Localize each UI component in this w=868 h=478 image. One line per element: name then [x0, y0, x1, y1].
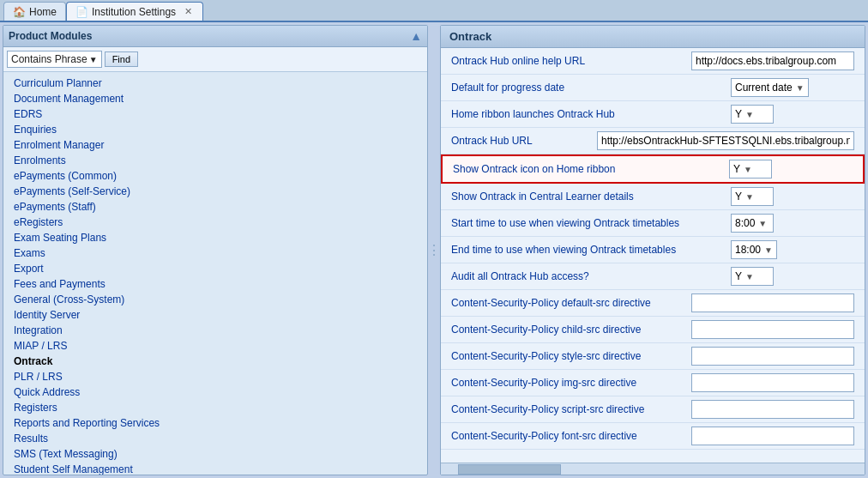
settings-row-default-progress-date: Default for progress dateCurrent date▼ — [441, 75, 865, 101]
text-input-ontrack-hub-url[interactable] — [691, 51, 854, 70]
settings-label: End time to use when viewing Ontrack tim… — [441, 239, 727, 260]
settings-row-end-time: End time to use when viewing Ontrack tim… — [441, 237, 865, 263]
dropdown-default-progress-date[interactable]: Current date▼ — [731, 78, 809, 97]
settings-label: Home ribbon launches Ontrack Hub — [441, 104, 727, 124]
text-input-csp-child[interactable] — [691, 320, 854, 339]
list-item[interactable]: Student Self Management — [3, 462, 427, 475]
dropdown-value: Y — [735, 108, 742, 120]
chevron-down-icon: ▼ — [764, 245, 773, 255]
settings-label: Start time to use when viewing Ontrack t… — [441, 213, 727, 233]
settings-value-end-time: 18:00▼ — [727, 237, 865, 263]
scroll-thumb[interactable] — [458, 464, 561, 475]
list-item[interactable]: Reports and Reporting Services — [3, 415, 427, 431]
settings-value-csp-script — [688, 396, 865, 422]
list-item[interactable]: Results — [3, 431, 427, 446]
settings-table: Ontrack Hub online help URLDefault for p… — [441, 48, 865, 450]
settings-value-audit-access: Y▼ — [727, 263, 865, 289]
list-item[interactable]: ePayments (Staff) — [3, 199, 427, 215]
dropdown-audit-access[interactable]: Y▼ — [731, 267, 774, 286]
list-item[interactable]: Fees and Payments — [3, 276, 427, 292]
dropdown-show-ontrack-central[interactable]: Y▼ — [731, 187, 774, 206]
panel-collapse-icon[interactable]: ▲ — [410, 29, 422, 43]
settings-row-home-ribbon-ontrack-hub: Home ribbon launches Ontrack HubY▼ — [441, 101, 865, 128]
list-item[interactable]: Quick Address — [3, 384, 427, 400]
list-item[interactable]: Integration — [3, 323, 427, 338]
search-dropdown-label: Contains Phrase — [11, 53, 87, 65]
text-input-csp-default[interactable] — [691, 293, 854, 312]
panel-resizer[interactable]: ⋮ — [431, 25, 437, 475]
tab-close-icon[interactable]: ✕ — [183, 6, 194, 17]
dropdown-end-time[interactable]: 18:00▼ — [731, 240, 777, 259]
settings-value-ontrack-hub-url-2 — [594, 128, 865, 154]
list-item[interactable]: Curriculum Planner — [3, 76, 427, 91]
list-item[interactable]: General (Cross-System) — [3, 292, 427, 307]
list-item[interactable]: Exams — [3, 245, 427, 261]
horizontal-scrollbar[interactable] — [441, 463, 865, 475]
settings-value-csp-font — [688, 423, 865, 449]
list-item[interactable]: Exam Seating Plans — [3, 230, 427, 245]
settings-row-csp-child: Content-Security-Policy child-src direct… — [441, 317, 865, 343]
settings-value-start-time: 8:00▼ — [727, 210, 865, 236]
chevron-down-icon: ▼ — [758, 219, 767, 228]
text-input-csp-style[interactable] — [691, 347, 854, 366]
module-list: Curriculum PlannerDocument ManagementEDR… — [3, 72, 427, 475]
settings-row-csp-script: Content-Security-Policy script-src direc… — [441, 396, 865, 423]
list-item[interactable]: Identity Server — [3, 307, 427, 323]
text-input-csp-font[interactable] — [691, 427, 854, 445]
text-input-csp-script[interactable] — [691, 400, 854, 419]
chevron-down-icon: ▼ — [745, 272, 754, 281]
right-panel-title: Ontrack — [441, 26, 865, 48]
find-button[interactable]: Find — [105, 51, 138, 67]
list-item[interactable]: MIAP / LRS — [3, 338, 427, 354]
list-item[interactable]: Ontrack — [3, 354, 427, 369]
list-item[interactable]: ePayments (Common) — [3, 168, 427, 184]
settings-row-ontrack-hub-url-2: Ontrack Hub URL — [441, 128, 865, 154]
text-input-csp-img[interactable] — [691, 373, 854, 392]
dropdown-value: Y — [735, 270, 742, 282]
chevron-down-icon: ▼ — [745, 192, 754, 202]
search-dropdown[interactable]: Contains Phrase ▼ — [7, 51, 102, 68]
settings-row-csp-style: Content-Security-Policy style-src direct… — [441, 343, 865, 370]
settings-label: Content-Security-Policy font-src directi… — [441, 426, 688, 446]
settings-value-show-ontrack-central: Y▼ — [727, 184, 865, 209]
settings-row-csp-font: Content-Security-Policy font-src directi… — [441, 423, 865, 450]
list-item[interactable]: SMS (Text Messaging) — [3, 446, 427, 462]
dropdown-home-ribbon-ontrack-hub[interactable]: Y▼ — [731, 105, 774, 124]
settings-label: Show Ontrack icon on Home ribbon — [443, 159, 726, 179]
list-item[interactable]: Registers — [3, 400, 427, 415]
settings-row-csp-default: Content-Security-Policy default-src dire… — [441, 290, 865, 317]
tab-institution-settings[interactable]: 📄Institution Settings✕ — [66, 2, 203, 21]
tab-icon: 📄 — [75, 6, 88, 18]
list-item[interactable]: Export — [3, 261, 427, 276]
settings-label: Audit all Ontrack Hub access? — [441, 266, 727, 287]
settings-row-csp-img: Content-Security-Policy img-src directiv… — [441, 370, 865, 396]
list-item[interactable]: PLR / LRS — [3, 369, 427, 384]
left-panel-header: Product Modules ▲ — [3, 26, 427, 47]
list-item[interactable]: Enrolments — [3, 153, 427, 168]
scroll-track[interactable] — [441, 463, 865, 475]
settings-label: Ontrack Hub online help URL — [441, 51, 688, 71]
settings-row-show-ontrack-icon: Show Ontrack icon on Home ribbonY▼ — [441, 154, 865, 184]
list-item[interactable]: Document Management — [3, 91, 427, 106]
list-item[interactable]: Enquiries — [3, 122, 427, 137]
list-item[interactable]: ePayments (Self-Service) — [3, 184, 427, 199]
settings-content: Ontrack Hub online help URLDefault for p… — [441, 48, 865, 463]
dropdown-value: Current date — [735, 82, 793, 94]
settings-value-home-ribbon-ontrack-hub: Y▼ — [727, 101, 865, 127]
chevron-down-icon: ▼ — [796, 83, 805, 93]
dropdown-start-time[interactable]: 8:00▼ — [731, 214, 774, 233]
left-panel-title: Product Modules — [9, 30, 92, 42]
settings-label: Content-Security-Policy img-src directiv… — [441, 372, 688, 393]
text-input-ontrack-hub-url-2[interactable] — [597, 131, 854, 150]
dropdown-value: Y — [735, 191, 742, 203]
tab-home[interactable]: 🏠Home — [3, 2, 66, 21]
list-item[interactable]: Enrolment Manager — [3, 137, 427, 153]
list-item[interactable]: eRegisters — [3, 215, 427, 230]
dropdown-value: 8:00 — [735, 217, 755, 229]
chevron-down-icon: ▼ — [744, 165, 752, 174]
left-panel: Product Modules ▲ Contains Phrase ▼ Find… — [3, 25, 428, 475]
list-item[interactable]: EDRS — [3, 106, 427, 122]
dropdown-show-ontrack-icon[interactable]: Y▼ — [729, 160, 772, 178]
dropdown-value: 18:00 — [735, 244, 761, 256]
tab-label: Home — [29, 6, 57, 18]
